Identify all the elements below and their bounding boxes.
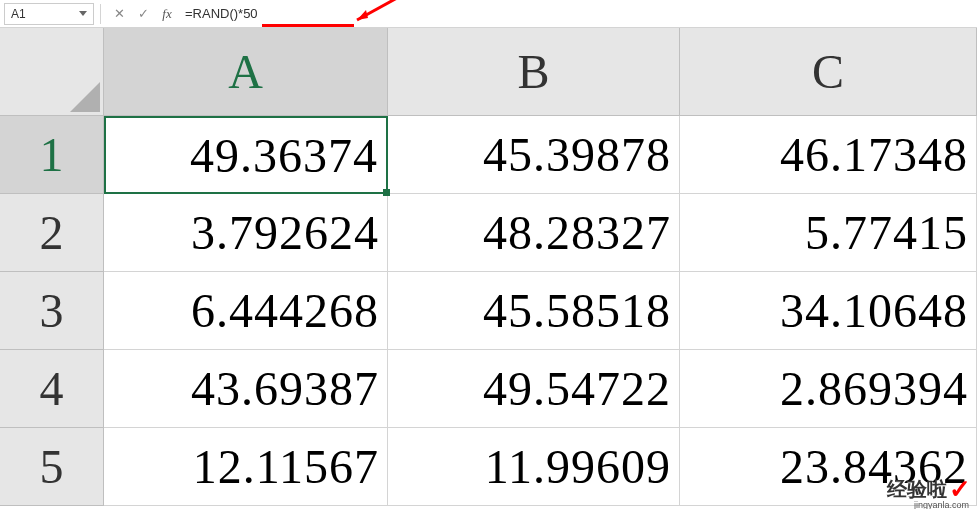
name-box[interactable]: A1 — [4, 3, 94, 25]
cell-C1[interactable]: 46.17348 — [680, 116, 977, 194]
corner-triangle-icon — [70, 82, 100, 112]
cell-C3[interactable]: 34.10648 — [680, 272, 977, 350]
fx-button[interactable]: fx — [155, 3, 179, 25]
column-header-A[interactable]: A — [104, 28, 388, 116]
cell-A5[interactable]: 12.11567 — [104, 428, 388, 506]
cell-A2[interactable]: 3.792624 — [104, 194, 388, 272]
cancel-button[interactable]: ✕ — [107, 3, 131, 25]
row-header-4[interactable]: 4 — [0, 350, 104, 428]
row-header-1[interactable]: 1 — [0, 116, 104, 194]
watermark-subtext: jingyanla.com — [914, 500, 969, 509]
formula-input[interactable] — [179, 3, 973, 25]
cell-A3[interactable]: 6.444268 — [104, 272, 388, 350]
select-all-corner[interactable] — [0, 28, 104, 116]
row-header-5[interactable]: 5 — [0, 428, 104, 506]
row-header-3[interactable]: 3 — [0, 272, 104, 350]
annotation-underline — [262, 24, 354, 27]
cell-B4[interactable]: 49.54722 — [388, 350, 680, 428]
annotation-arrow — [352, 0, 402, 30]
row-header-2[interactable]: 2 — [0, 194, 104, 272]
formula-bar: A1 ✕ ✓ fx — [0, 0, 977, 28]
cell-B1[interactable]: 45.39878 — [388, 116, 680, 194]
cell-B3[interactable]: 45.58518 — [388, 272, 680, 350]
column-header-C[interactable]: C — [680, 28, 977, 116]
cell-A4[interactable]: 43.69387 — [104, 350, 388, 428]
watermark-text: 经验啦 — [887, 476, 947, 503]
spreadsheet-grid: A B C 1 49.36374 45.39878 46.17348 2 3.7… — [0, 28, 977, 506]
cell-B2[interactable]: 48.28327 — [388, 194, 680, 272]
cell-C4[interactable]: 2.869394 — [680, 350, 977, 428]
separator — [100, 4, 101, 24]
cell-B5[interactable]: 11.99609 — [388, 428, 680, 506]
name-box-value: A1 — [11, 7, 26, 21]
confirm-button[interactable]: ✓ — [131, 3, 155, 25]
cell-C2[interactable]: 5.77415 — [680, 194, 977, 272]
name-box-dropdown-icon[interactable] — [79, 11, 87, 16]
column-header-B[interactable]: B — [388, 28, 680, 116]
cell-A1[interactable]: 49.36374 — [104, 116, 388, 194]
